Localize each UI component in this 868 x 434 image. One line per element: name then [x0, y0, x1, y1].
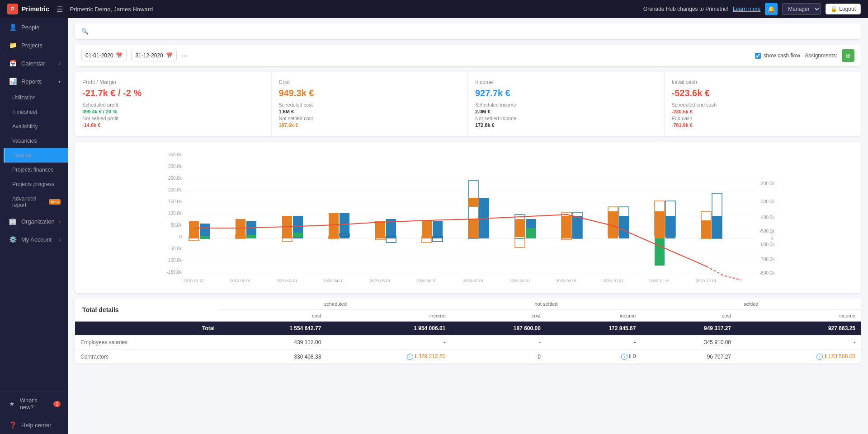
profit-main-value: -21.7k € / -2 % — [82, 88, 264, 98]
initial-cash-card: Initial cash -523.6k € Scheduled end cas… — [665, 72, 861, 136]
sidebar-item-timesheet[interactable]: Timesheet — [4, 105, 68, 119]
info-icon-3[interactable]: i — [816, 354, 823, 360]
assignments-toggle-button[interactable]: ⊕ — [842, 49, 854, 62]
svg-rect-48 — [526, 228, 536, 238]
info-icon-1[interactable]: i — [407, 354, 413, 360]
svg-text:2020-10-01: 2020-10-01 — [603, 279, 623, 283]
income-scheduled-label-row: Scheduled income — [475, 102, 657, 107]
profit-not-settled-value-row: -14.8k € — [82, 122, 264, 128]
date-to-picker[interactable]: 31-12-2020 📅 — [131, 50, 176, 61]
end-cash-sched-value-row: -230.5k € — [672, 109, 854, 114]
bar-jan-profit — [200, 236, 210, 239]
cost-title: Cost — [279, 79, 461, 85]
sidebar-item-availability[interactable]: Availability — [4, 119, 68, 134]
not-settled-cost-header: cost — [451, 310, 546, 322]
not-settled-income-header: income — [546, 310, 642, 322]
end-cash-label: End cash — [672, 116, 693, 121]
total-details-table: Total details scheduled not settled sett… — [75, 299, 861, 364]
contractors-settled-income: i ℹ 123 508.00 — [736, 350, 861, 364]
svg-rect-56 — [619, 216, 629, 238]
search-input[interactable] — [92, 28, 854, 35]
svg-text:-800.0k: -800.0k — [760, 271, 775, 275]
cost-not-settled-label: Not settled cost — [279, 116, 313, 121]
employees-sched-cost: 439 112.00 — [220, 336, 327, 350]
date-separator: ··· — [181, 51, 188, 61]
contractors-row: Contractors 330 408.33 i ℹ 329 212.50 0 … — [75, 350, 861, 364]
sidebar-item-projects[interactable]: 📁 Projects — [0, 36, 68, 54]
contractors-sched-cost: 330 408.33 — [220, 350, 327, 364]
employees-sched-income: - — [326, 336, 451, 350]
end-cash-sched-label-row: Scheduled end cash — [672, 102, 854, 107]
alert-button[interactable]: 🔔 — [765, 3, 778, 15]
learn-more-link[interactable]: Learn more — [733, 6, 760, 12]
svg-rect-42 — [468, 198, 478, 207]
svg-text:350.0k: 350.0k — [168, 152, 182, 157]
sidebar-item-projects-progress[interactable]: Projects progress — [4, 177, 68, 191]
sidebar-item-projects-finances[interactable]: Projects finances — [4, 163, 68, 177]
org-icon: 🏢 — [9, 218, 17, 225]
info-icon-2[interactable]: i — [621, 354, 627, 360]
settled-group-header: settled — [641, 299, 861, 310]
svg-text:-150.0k: -150.0k — [167, 270, 182, 275]
profit-card: Profit / Margin -21.7k € / -2 % Schedule… — [75, 72, 272, 136]
svg-text:-50.0k: -50.0k — [169, 246, 182, 251]
svg-text:-600.0k: -600.0k — [760, 242, 775, 247]
income-scheduled-value-row: 2.0M € — [475, 109, 657, 114]
help-center-label: Help center — [21, 422, 51, 429]
sidebar-item-vacancies[interactable]: Vacancies — [4, 134, 68, 148]
cost-not-settled-value-row: 187.6k € — [279, 122, 461, 128]
svg-text:-200.0k: -200.0k — [760, 181, 775, 186]
svg-text:-400.0k: -400.0k — [760, 215, 775, 220]
income-not-settled-value-row: 172.8k € — [475, 122, 657, 128]
cost-not-settled-label-row: Not settled cost — [279, 116, 461, 121]
sidebar-item-my-account[interactable]: ⚙️ My Account › — [0, 230, 68, 248]
logout-button[interactable]: 🔒 Logout — [826, 4, 861, 14]
date-from-picker[interactable]: 01-01-2020 📅 — [81, 50, 127, 61]
hamburger-icon[interactable]: ☰ — [57, 5, 63, 14]
cost-scheduled-label-row: Scheduled cost — [279, 102, 461, 107]
svg-rect-63 — [655, 238, 665, 266]
svg-rect-47 — [515, 219, 525, 237]
app-name: Primetric — [22, 5, 49, 13]
notification-text: Grenade Hub changes to Primetric! — [643, 6, 728, 12]
svg-rect-29 — [340, 213, 349, 238]
sidebar-item-finance[interactable]: Finance — [4, 148, 68, 163]
sidebar-item-help-center[interactable]: ❓ Help center — [0, 416, 68, 434]
sidebar-item-advanced-report[interactable]: Advanced report beta — [4, 191, 68, 212]
profit-scheduled-row: Scheduled profit — [82, 102, 264, 107]
sidebar-item-people[interactable]: 👤 People — [0, 18, 68, 36]
search-bar: 🔍 — [75, 23, 861, 39]
contractors-label: Contractors — [75, 350, 220, 364]
whats-new-label: What's new? — [20, 397, 47, 411]
scheduled-group-header: scheduled — [220, 299, 451, 310]
svg-rect-27 — [293, 233, 303, 237]
sidebar-label-advanced-report: Advanced report — [12, 196, 42, 208]
contractors-settled-cost: 96 707.27 — [641, 350, 736, 364]
sidebar-item-whats-new[interactable]: ★ What's new? 2 — [0, 392, 68, 416]
main-layout: 👤 People 📁 Projects 📅 Calendar › 📊 Repor… — [0, 18, 868, 434]
svg-text:2020-02-01: 2020-02-01 — [230, 279, 251, 283]
cashflow-checkbox[interactable] — [755, 53, 761, 59]
svg-text:200.0k: 200.0k — [168, 187, 182, 192]
sidebar-item-reports[interactable]: 📊 Reports ▾ — [0, 72, 68, 90]
chevron-icon: › — [59, 61, 61, 66]
cost-scheduled-label: Scheduled cost — [279, 102, 313, 107]
sidebar-item-utilization[interactable]: Utilization — [4, 90, 68, 105]
svg-text:100.0k: 100.0k — [168, 211, 182, 216]
svg-rect-49 — [515, 236, 525, 247]
end-cash-value: -781.9k € — [672, 122, 693, 128]
chevron-org-icon: › — [59, 219, 61, 224]
sidebar-label-projects: Projects — [21, 42, 42, 49]
role-selector[interactable]: Manager — [782, 3, 821, 15]
reports-icon: 📊 — [9, 78, 17, 85]
income-not-settled-label: Not settled income — [475, 116, 516, 121]
profit-scheduled-value: 399.4k € / 20 % — [82, 109, 117, 114]
not-settled-group-header: not settled — [451, 299, 641, 310]
svg-text:2020-06-01: 2020-06-01 — [416, 279, 437, 283]
sidebar-label-vacancies: Vacancies — [12, 138, 37, 144]
profit-scheduled-label: Scheduled profit — [82, 102, 118, 107]
reports-submenu: Utilization Timesheet Availability Vacan… — [0, 90, 68, 212]
sidebar-item-organization[interactable]: 🏢 Organization › — [0, 212, 68, 230]
sidebar-item-calendar[interactable]: 📅 Calendar › — [0, 54, 68, 72]
app-logo: P Primetric — [7, 4, 49, 14]
